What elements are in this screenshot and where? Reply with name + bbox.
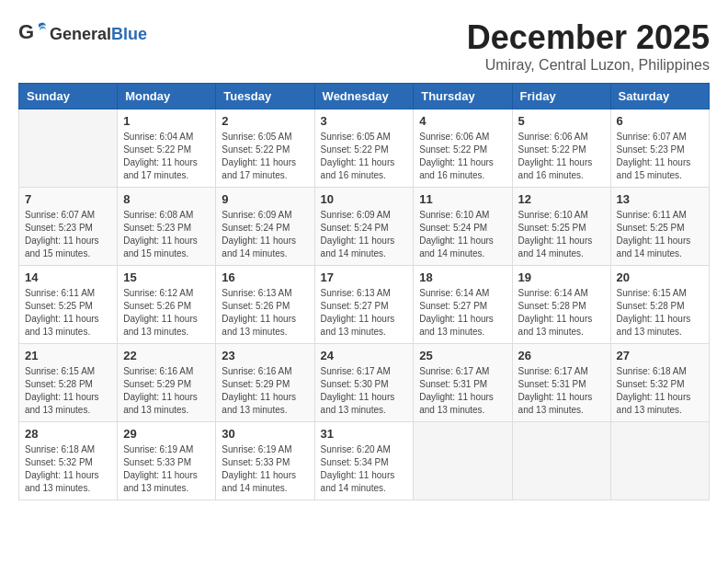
calendar-cell: 8Sunrise: 6:08 AMSunset: 5:23 PMDaylight… [118,188,216,266]
day-number: 14 [25,270,111,284]
location-subtitle: Umiray, Central Luzon, Philippines [467,57,710,74]
day-number: 20 [617,270,703,284]
calendar-week-1: 1Sunrise: 6:04 AMSunset: 5:22 PMDaylight… [19,109,710,188]
calendar-cell: 6Sunrise: 6:07 AMSunset: 5:23 PMDaylight… [610,109,709,188]
day-number: 7 [25,192,111,206]
day-number: 13 [617,192,703,206]
calendar-cell: 20Sunrise: 6:15 AMSunset: 5:28 PMDayligh… [610,266,709,344]
day-number: 30 [222,427,308,441]
calendar-cell: 16Sunrise: 6:13 AMSunset: 5:26 PMDayligh… [216,266,314,344]
calendar-cell: 15Sunrise: 6:12 AMSunset: 5:26 PMDayligh… [118,266,216,344]
day-info: Sunrise: 6:20 AMSunset: 5:34 PMDaylight:… [321,443,408,495]
day-info: Sunrise: 6:18 AMSunset: 5:32 PMDaylight:… [617,365,703,417]
calendar-body: 1Sunrise: 6:04 AMSunset: 5:22 PMDaylight… [19,109,710,500]
day-number: 9 [222,192,308,206]
logo-icon: G [18,18,48,52]
day-info: Sunrise: 6:04 AMSunset: 5:22 PMDaylight:… [123,131,210,182]
day-info: Sunrise: 6:05 AMSunset: 5:22 PMDaylight:… [321,131,408,182]
day-info: Sunrise: 6:18 AMSunset: 5:32 PMDaylight:… [25,443,111,495]
day-info: Sunrise: 6:14 AMSunset: 5:28 PMDaylight:… [518,287,605,339]
logo-text: GeneralBlue [50,26,147,44]
calendar-week-2: 7Sunrise: 6:07 AMSunset: 5:23 PMDaylight… [19,188,710,266]
calendar-header-row: SundayMondayTuesdayWednesdayThursdayFrid… [19,84,710,109]
day-number: 4 [419,114,506,128]
weekday-header-saturday: Saturday [610,84,709,109]
calendar-cell: 24Sunrise: 6:17 AMSunset: 5:30 PMDayligh… [314,344,414,422]
calendar-week-3: 14Sunrise: 6:11 AMSunset: 5:25 PMDayligh… [19,266,710,344]
day-number: 21 [25,349,111,362]
day-number: 29 [123,427,210,441]
day-info: Sunrise: 6:15 AMSunset: 5:28 PMDaylight:… [617,287,703,339]
weekday-header-tuesday: Tuesday [216,84,314,109]
day-info: Sunrise: 6:10 AMSunset: 5:25 PMDaylight:… [518,209,605,260]
weekday-header-wednesday: Wednesday [314,84,414,109]
calendar-cell: 12Sunrise: 6:10 AMSunset: 5:25 PMDayligh… [512,188,610,266]
day-info: Sunrise: 6:16 AMSunset: 5:29 PMDaylight:… [123,365,210,417]
calendar-cell: 1Sunrise: 6:04 AMSunset: 5:22 PMDaylight… [118,109,216,188]
day-number: 6 [617,114,703,128]
day-number: 8 [123,192,210,206]
calendar-cell: 29Sunrise: 6:19 AMSunset: 5:33 PMDayligh… [118,422,216,500]
calendar-cell: 18Sunrise: 6:14 AMSunset: 5:27 PMDayligh… [414,266,512,344]
day-info: Sunrise: 6:13 AMSunset: 5:26 PMDaylight:… [222,287,308,339]
calendar-cell: 26Sunrise: 6:17 AMSunset: 5:31 PMDayligh… [512,344,610,422]
calendar-cell [610,422,709,500]
calendar-cell [512,422,610,500]
day-number: 23 [222,349,308,362]
calendar-cell: 10Sunrise: 6:09 AMSunset: 5:24 PMDayligh… [314,188,414,266]
day-info: Sunrise: 6:11 AMSunset: 5:25 PMDaylight:… [617,209,703,260]
calendar-cell: 23Sunrise: 6:16 AMSunset: 5:29 PMDayligh… [216,344,314,422]
calendar-cell: 7Sunrise: 6:07 AMSunset: 5:23 PMDaylight… [19,188,118,266]
day-info: Sunrise: 6:13 AMSunset: 5:27 PMDaylight:… [321,287,408,339]
day-number: 16 [222,270,308,284]
day-number: 26 [518,349,605,362]
day-number: 11 [419,192,506,206]
day-info: Sunrise: 6:12 AMSunset: 5:26 PMDaylight:… [123,287,210,339]
day-number: 2 [222,114,308,128]
calendar-cell: 17Sunrise: 6:13 AMSunset: 5:27 PMDayligh… [314,266,414,344]
day-info: Sunrise: 6:07 AMSunset: 5:23 PMDaylight:… [25,209,111,260]
day-number: 3 [321,114,408,128]
calendar-table: SundayMondayTuesdayWednesdayThursdayFrid… [18,83,710,500]
calendar-cell [19,109,118,188]
svg-text:G: G [18,20,34,43]
day-info: Sunrise: 6:19 AMSunset: 5:33 PMDaylight:… [222,443,308,495]
logo: G GeneralBlue [18,18,147,52]
day-info: Sunrise: 6:14 AMSunset: 5:27 PMDaylight:… [419,287,506,339]
calendar-cell: 22Sunrise: 6:16 AMSunset: 5:29 PMDayligh… [118,344,216,422]
day-info: Sunrise: 6:10 AMSunset: 5:24 PMDaylight:… [419,209,506,260]
calendar-cell: 27Sunrise: 6:18 AMSunset: 5:32 PMDayligh… [610,344,709,422]
day-info: Sunrise: 6:09 AMSunset: 5:24 PMDaylight:… [222,209,308,260]
day-number: 19 [518,270,605,284]
day-number: 22 [123,349,210,362]
day-info: Sunrise: 6:19 AMSunset: 5:33 PMDaylight:… [123,443,210,495]
day-info: Sunrise: 6:08 AMSunset: 5:23 PMDaylight:… [123,209,210,260]
calendar-cell: 31Sunrise: 6:20 AMSunset: 5:34 PMDayligh… [314,422,414,500]
calendar-cell: 28Sunrise: 6:18 AMSunset: 5:32 PMDayligh… [19,422,118,500]
calendar-week-4: 21Sunrise: 6:15 AMSunset: 5:28 PMDayligh… [19,344,710,422]
day-number: 10 [321,192,408,206]
day-number: 17 [321,270,408,284]
day-info: Sunrise: 6:16 AMSunset: 5:29 PMDaylight:… [222,365,308,417]
calendar-cell: 11Sunrise: 6:10 AMSunset: 5:24 PMDayligh… [414,188,512,266]
calendar-week-5: 28Sunrise: 6:18 AMSunset: 5:32 PMDayligh… [19,422,710,500]
day-info: Sunrise: 6:15 AMSunset: 5:28 PMDaylight:… [25,365,111,417]
day-number: 1 [123,114,210,128]
day-info: Sunrise: 6:07 AMSunset: 5:23 PMDaylight:… [617,131,703,182]
month-year-title: December 2025 [467,18,710,57]
title-block: December 2025 Umiray, Central Luzon, Phi… [467,18,710,74]
weekday-header-thursday: Thursday [414,84,512,109]
day-info: Sunrise: 6:05 AMSunset: 5:22 PMDaylight:… [222,131,308,182]
day-info: Sunrise: 6:17 AMSunset: 5:31 PMDaylight:… [419,365,506,417]
calendar-cell: 3Sunrise: 6:05 AMSunset: 5:22 PMDaylight… [314,109,414,188]
day-info: Sunrise: 6:17 AMSunset: 5:31 PMDaylight:… [518,365,605,417]
calendar-cell: 14Sunrise: 6:11 AMSunset: 5:25 PMDayligh… [19,266,118,344]
calendar-cell: 5Sunrise: 6:06 AMSunset: 5:22 PMDaylight… [512,109,610,188]
page-header: G GeneralBlue December 2025 Umiray, Cent… [18,18,710,74]
day-number: 5 [518,114,605,128]
weekday-header-monday: Monday [118,84,216,109]
day-number: 31 [321,427,408,441]
day-info: Sunrise: 6:06 AMSunset: 5:22 PMDaylight:… [518,131,605,182]
day-number: 28 [25,427,111,441]
calendar-cell: 4Sunrise: 6:06 AMSunset: 5:22 PMDaylight… [414,109,512,188]
